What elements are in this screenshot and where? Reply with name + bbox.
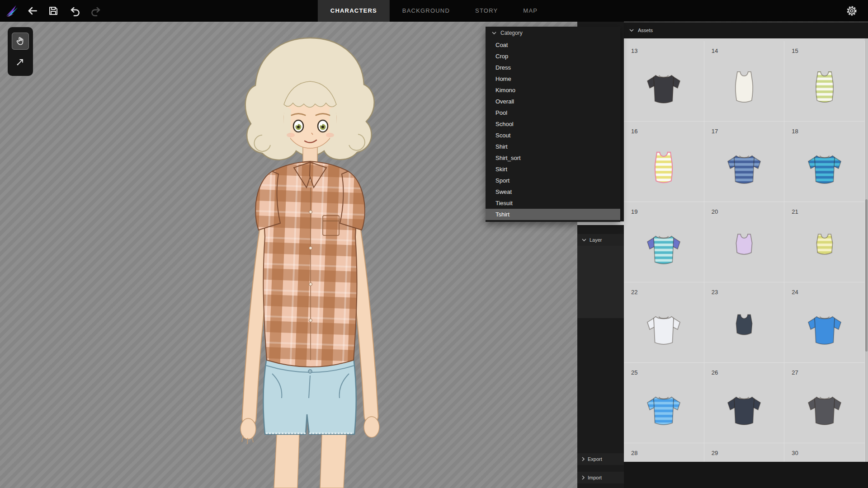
category-item-coat[interactable]: Coat bbox=[486, 39, 620, 51]
asset-item-17[interactable]: 17 bbox=[704, 122, 785, 202]
category-item-crop[interactable]: Crop bbox=[486, 51, 620, 62]
crop-thumbnail-icon bbox=[784, 202, 864, 282]
assets-scrollbar-thumb[interactable] bbox=[865, 199, 868, 352]
category-item-shirt_sort[interactable]: Shirt_sort bbox=[486, 152, 620, 164]
assets-scrollbar[interactable] bbox=[865, 38, 868, 462]
category-item-dress[interactable]: Dress bbox=[486, 62, 620, 73]
asset-item-14[interactable]: 14 bbox=[704, 41, 785, 122]
app-window: CHARACTERSBACKGROUNDSTORYMAP bbox=[0, 0, 868, 488]
asset-item-28[interactable]: 28 bbox=[624, 443, 704, 462]
tab-characters[interactable]: CHARACTERS bbox=[318, 0, 390, 22]
tank-thumbnail-icon bbox=[784, 41, 864, 121]
layer-panel-header[interactable]: Layer bbox=[577, 234, 624, 246]
asset-number: 29 bbox=[712, 450, 718, 456]
category-panel-title: Category bbox=[500, 30, 523, 36]
diagonal-arrow-icon bbox=[15, 57, 25, 67]
crop-thumbnail-icon bbox=[704, 202, 784, 282]
hand-tool-button[interactable] bbox=[12, 33, 29, 50]
crop-thumbnail-icon bbox=[704, 282, 784, 362]
asset-item-24[interactable]: 24 bbox=[784, 282, 865, 363]
tshirt-thumbnail-icon bbox=[784, 363, 864, 443]
category-item-pool[interactable]: Pool bbox=[486, 107, 620, 118]
asset-item-26[interactable]: 26 bbox=[704, 363, 785, 443]
category-panel-header[interactable]: Category bbox=[486, 27, 620, 39]
asset-item-15[interactable]: 15 bbox=[784, 41, 865, 122]
import-panel-header[interactable]: Import bbox=[577, 472, 624, 483]
asset-item-19[interactable]: 19 bbox=[624, 202, 704, 282]
export-panel-header[interactable]: Export bbox=[577, 453, 624, 465]
assets-panel: Assets 131415161718192021222324252627282… bbox=[624, 22, 868, 488]
main-tabs: CHARACTERSBACKGROUNDSTORYMAP bbox=[318, 0, 550, 22]
app-logo-icon[interactable] bbox=[4, 2, 21, 19]
asset-item-18[interactable]: 18 bbox=[784, 122, 865, 202]
chevron-right-icon bbox=[582, 475, 585, 480]
category-item-scout[interactable]: Scout bbox=[486, 130, 620, 141]
top-toolbar: CHARACTERSBACKGROUNDSTORYMAP bbox=[0, 0, 868, 22]
back-arrow-icon[interactable] bbox=[26, 5, 39, 17]
assets-viewport: 131415161718192021222324252627282930 bbox=[624, 38, 865, 462]
category-item-home[interactable]: Home bbox=[486, 73, 620, 84]
chevron-down-icon bbox=[629, 29, 634, 32]
asset-number: 30 bbox=[792, 450, 798, 456]
tshirt-thumbnail-icon bbox=[624, 282, 704, 362]
tab-story[interactable]: STORY bbox=[462, 0, 510, 22]
category-item-skirt[interactable]: Skirt bbox=[486, 164, 620, 175]
import-panel-title: Import bbox=[588, 475, 602, 480]
asset-item-23[interactable]: 23 bbox=[704, 282, 785, 363]
category-item-shirt[interactable]: Shirt bbox=[486, 141, 620, 152]
layer-list[interactable] bbox=[577, 246, 624, 318]
transform-tool-button[interactable] bbox=[12, 53, 29, 70]
tab-background[interactable]: BACKGROUND bbox=[390, 0, 462, 22]
panel-divider bbox=[577, 221, 624, 225]
asset-item-30[interactable]: 30 bbox=[784, 443, 865, 462]
tshirt-thumbnail-icon bbox=[624, 202, 704, 282]
hand-icon bbox=[15, 36, 25, 46]
tshirt-thumbnail-icon bbox=[624, 363, 704, 443]
asset-item-13[interactable]: 13 bbox=[624, 41, 704, 122]
category-item-school[interactable]: School bbox=[486, 118, 620, 130]
asset-item-27[interactable]: 27 bbox=[784, 363, 865, 443]
category-item-overall[interactable]: Overall bbox=[486, 96, 620, 107]
asset-item-21[interactable]: 21 bbox=[784, 202, 865, 282]
undo-icon[interactable] bbox=[69, 5, 81, 17]
tool-palette bbox=[8, 27, 33, 76]
chevron-down-icon bbox=[582, 239, 586, 241]
assets-grid: 131415161718192021222324252627282930 bbox=[624, 38, 865, 462]
asset-item-20[interactable]: 20 bbox=[704, 202, 785, 282]
tshirt-thumbnail-icon bbox=[624, 41, 704, 121]
export-panel-title: Export bbox=[588, 456, 602, 462]
chevron-right-icon bbox=[582, 457, 585, 461]
asset-item-25[interactable]: 25 bbox=[624, 363, 704, 443]
save-icon[interactable] bbox=[47, 5, 60, 17]
tank-thumbnail-icon bbox=[704, 41, 784, 121]
category-item-tiesuit[interactable]: Tiesuit bbox=[486, 197, 620, 209]
tshirt-thumbnail-icon bbox=[784, 282, 864, 362]
tshirt-thumbnail-icon bbox=[704, 363, 784, 443]
tab-map[interactable]: MAP bbox=[510, 0, 550, 22]
tshirt-thumbnail-icon bbox=[784, 122, 864, 202]
tshirt-thumbnail-icon bbox=[704, 122, 784, 202]
category-list: CoatCropDressHomeKimonoOverallPoolSchool… bbox=[486, 39, 620, 220]
layer-panel-title: Layer bbox=[590, 237, 602, 243]
redo-icon[interactable] bbox=[90, 5, 102, 17]
settings-gear-icon[interactable] bbox=[845, 5, 858, 17]
category-item-kimono[interactable]: Kimono bbox=[486, 84, 620, 96]
assets-panel-title: Assets bbox=[638, 28, 653, 33]
asset-item-16[interactable]: 16 bbox=[624, 122, 704, 202]
assets-panel-header[interactable]: Assets bbox=[624, 22, 868, 38]
asset-item-29[interactable]: 29 bbox=[704, 443, 785, 462]
category-panel: Category CoatCropDressHomeKimonoOverallP… bbox=[486, 27, 620, 222]
category-item-tshirt[interactable]: Tshirt bbox=[486, 209, 620, 220]
character-artwork[interactable] bbox=[194, 22, 411, 488]
category-item-sweat[interactable]: Sweat bbox=[486, 186, 620, 197]
asset-number: 28 bbox=[631, 450, 637, 456]
asset-item-22[interactable]: 22 bbox=[624, 282, 704, 363]
chevron-down-icon bbox=[492, 32, 496, 34]
category-item-sport[interactable]: Sport bbox=[486, 175, 620, 186]
tank-thumbnail-icon bbox=[624, 122, 704, 202]
